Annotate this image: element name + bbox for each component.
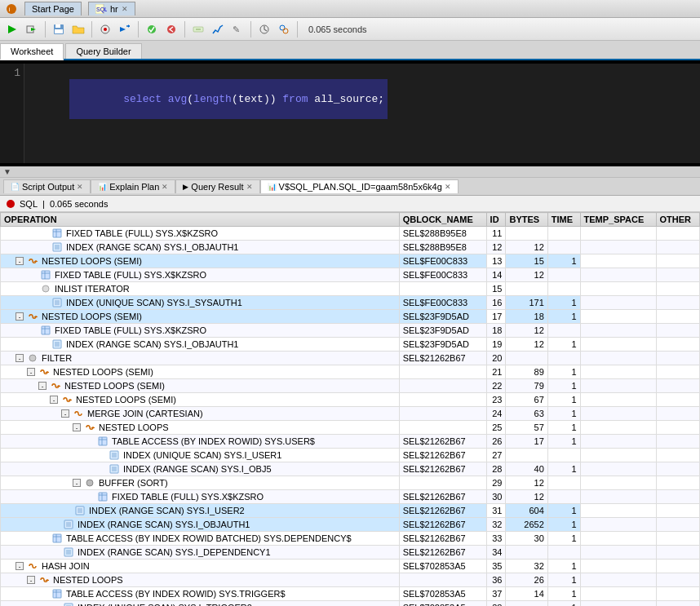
col-bytes[interactable]: BYTES [506,213,547,227]
col-temp[interactable]: TEMP_SPACE [580,213,656,227]
index-scan-icon [63,519,74,530]
col-qblock[interactable]: QBLOCK_NAME [399,213,486,227]
table-row: INDEX (RANGE SCAN) SYS.I_OBJAUTH1 SEL$23… [1,338,700,352]
other-cell [656,504,699,518]
qblock-cell: SEL$702853A5 [399,601,486,607]
tree-collapse-btn[interactable]: - [50,396,58,404]
tree-collapse-btn[interactable]: - [16,257,24,265]
tree-collapse-btn[interactable]: - [27,576,35,584]
other-cell [656,407,699,421]
scroll-down-arrow[interactable]: ▼ [0,167,15,176]
id-cell: 15 [486,282,506,296]
connect-button[interactable] [275,20,293,38]
qblock-cell [399,421,486,435]
temp-space-cell [580,518,656,532]
result-tab-script-output-close[interactable]: ✕ [77,183,83,191]
svg-marker-31 [33,260,38,262]
table-row: FIXED TABLE (FULL) SYS.X$KZSRO SEL$288B9… [1,227,700,241]
tab-hr-label: hr [110,4,118,14]
operation-text: NESTED LOOPS (SEMI) [42,312,142,321]
tree-collapse-btn[interactable]: - [16,562,24,570]
nested-loops-icon [84,422,95,433]
svg-marker-4 [8,25,16,33]
other-cell [656,296,699,310]
explain-button[interactable] [189,20,207,38]
result-tab-script-output[interactable]: 📄 Script Output ✕ [3,179,91,193]
bytes-cell [506,282,547,296]
result-tab-vsql-plan-label: V$SQL_PLAN.SQL_ID=gaam58n5x6k4g [279,182,442,192]
result-tab-explain-plan-close[interactable]: ✕ [162,183,168,191]
table-row: TABLE ACCESS (BY INDEX ROWID) SYS.USER$ … [1,435,700,449]
tree-collapse-btn[interactable]: - [73,479,81,487]
result-tab-query-result[interactable]: ▶ Query Result ✕ [175,179,259,193]
execution-time: 0.065 seconds [308,24,367,34]
save-button[interactable] [50,20,68,38]
svg-marker-50 [56,385,60,387]
toolbar-sep-6 [297,21,298,38]
code-content[interactable]: select avg(length(text)) from all_source… [24,64,700,163]
svg-rect-84 [53,590,61,598]
operation-text: INDEX (RANGE SCAN) SYS.I_OBJAUTH1 [66,339,239,349]
result-tab-explain-plan[interactable]: 📊 Explain Plan ✕ [91,179,175,193]
id-cell: 14 [486,268,506,282]
temp-space-cell [580,449,656,462]
time-cell: 1 [547,421,580,435]
tree-collapse-btn[interactable]: - [16,354,24,362]
svg-point-16 [167,25,175,33]
query-builder-tab[interactable]: Query Builder [65,43,141,59]
tab-hr[interactable]: SQL hr ✕ [88,2,135,15]
tree-collapse-btn[interactable]: - [38,382,47,390]
operation-text: TABLE ACCESS (BY INDEX ROWID) SYS.TRIGGE… [66,589,286,599]
code-editor[interactable]: 1 select avg(length(text)) from all_sour… [0,60,700,166]
other-cell [656,573,699,587]
tree-collapse-btn[interactable]: - [27,368,35,376]
other-cell [656,268,699,282]
temp-space-cell [580,324,656,338]
app-icon: i [5,2,18,15]
worksheet-tab[interactable]: Worksheet [0,43,64,60]
tree-collapse-btn[interactable]: - [73,423,81,431]
toolbar-sep-3 [138,21,139,38]
run-script-button[interactable] [23,20,41,38]
other-cell [656,379,699,393]
col-other[interactable]: OTHER [656,213,699,227]
stepover-button[interactable] [116,20,134,38]
format-button[interactable]: ✎ [228,20,246,38]
tab-start-page[interactable]: Start Page [24,2,82,15]
qblock-cell: SEL$288B95E8 [399,227,486,241]
col-id[interactable]: ID [486,213,506,227]
qblock-cell: SEL$21262B67 [399,518,486,532]
id-cell: 30 [486,490,506,504]
tree-collapse-btn[interactable]: - [16,312,24,321]
bytes-cell: 79 [506,379,547,393]
time-cell [547,490,580,504]
id-cell: 32 [486,518,506,532]
id-cell: 38 [486,601,506,607]
other-cell [656,601,699,607]
history-button[interactable] [255,20,273,38]
tree-collapse-btn[interactable]: - [61,409,69,418]
data-table-container[interactable]: OPERATION QBLOCK_NAME ID BYTES TIME TEMP… [0,212,700,606]
other-cell [656,449,699,462]
svg-rect-24 [53,229,61,237]
query-builder-tab-label: Query Builder [76,46,131,56]
bytes-cell: 18 [506,310,547,324]
tab-hr-close[interactable]: ✕ [122,5,128,13]
result-tab-vsql-plan-close[interactable]: ✕ [445,183,451,191]
other-cell [656,435,699,449]
col-operation[interactable]: OPERATION [1,213,400,227]
temp-space-cell [580,435,656,449]
debug-button[interactable] [96,20,114,38]
open-button[interactable] [69,20,87,38]
autotrace-button[interactable] [209,20,227,38]
qblock-cell: SEL$21262B67 [399,504,486,518]
result-tab-query-result-close[interactable]: ✕ [246,183,253,191]
run-button[interactable] [3,20,21,38]
tab-start-page-label: Start Page [32,4,74,14]
rollback-button[interactable] [162,20,180,38]
col-time[interactable]: TIME [547,213,580,227]
other-cell [656,421,699,435]
commit-button[interactable] [143,20,161,38]
id-cell: 29 [486,476,506,490]
result-tab-vsql-plan[interactable]: 📊 V$SQL_PLAN.SQL_ID=gaam58n5x6k4g ✕ [260,179,459,193]
